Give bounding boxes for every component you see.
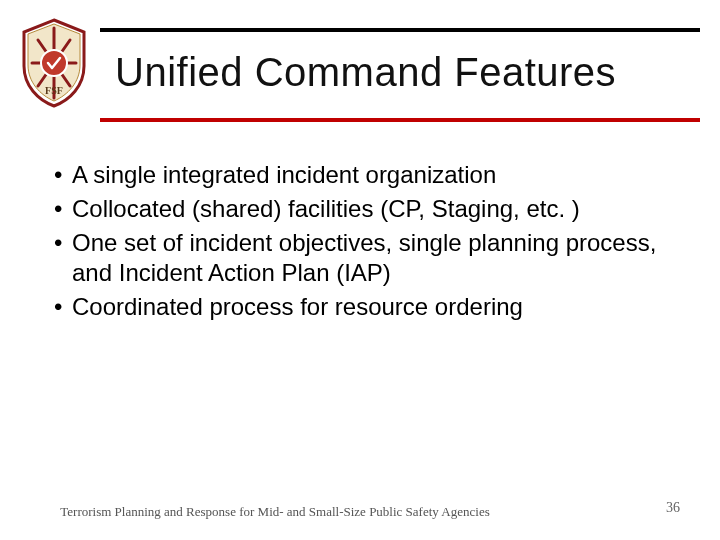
footer-text: Terrorism Planning and Response for Mid-…	[60, 504, 490, 520]
bullet-item: A single integrated incident organizatio…	[50, 160, 670, 190]
page-number: 36	[666, 500, 680, 516]
bullet-item: One set of incident objectives, single p…	[50, 228, 670, 288]
top-rule	[100, 28, 700, 32]
bullet-item: Collocated (shared) facilities (CP, Stag…	[50, 194, 670, 224]
fsf-shield-icon: FSF	[18, 18, 90, 108]
accent-rule	[100, 118, 700, 122]
bullet-item: Coordinated process for resource orderin…	[50, 292, 670, 322]
bullet-list: A single integrated incident organizatio…	[50, 160, 670, 326]
slide-title: Unified Command Features	[115, 50, 680, 95]
svg-point-0	[41, 50, 67, 76]
slide: FSF Unified Command Features A single in…	[0, 0, 720, 540]
svg-text:FSF: FSF	[45, 85, 63, 96]
